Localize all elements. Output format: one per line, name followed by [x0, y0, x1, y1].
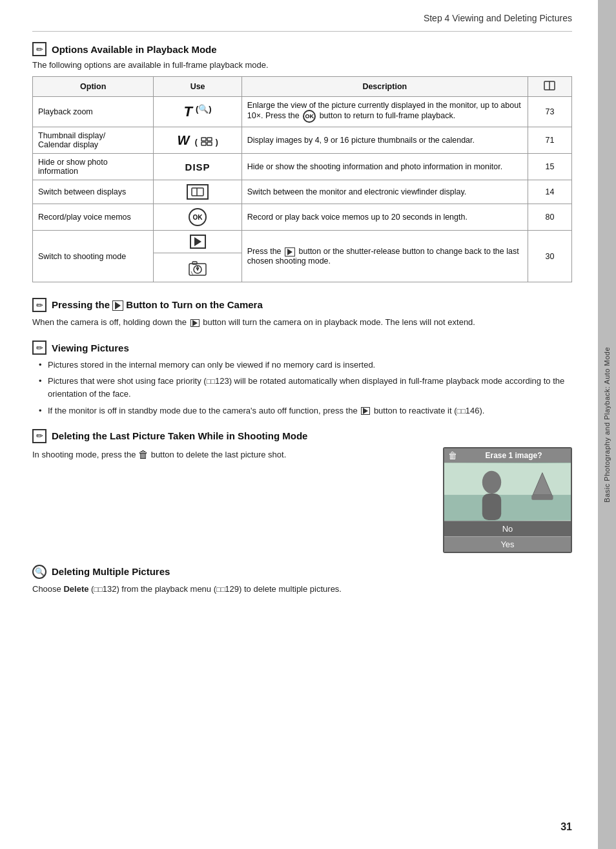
play-box-icon [190, 235, 206, 249]
table-row: Switch between displays Switch between t… [33, 180, 572, 204]
pencil-icon: ✏ [32, 42, 46, 56]
section-viewing-heading: Viewing Pictures [52, 342, 129, 353]
ref-hideshow: 15 [528, 154, 571, 180]
ok-circle-icon: OK [189, 208, 207, 226]
section-multiple-title: 🔍 Deleting Multiple Pictures [32, 565, 572, 579]
screen-no-button[interactable]: No [444, 521, 571, 536]
section-pressing-heading: Pressing the Button to Turn on the Camer… [52, 299, 263, 311]
svg-rect-13 [444, 463, 571, 495]
screen-photo-svg [444, 463, 571, 521]
pencil-icon-4: ✏ [32, 429, 46, 443]
use-playback-zoom: T (🔍) [154, 97, 241, 127]
svg-rect-6 [192, 188, 203, 196]
ref-shootingmode: 30 [528, 231, 571, 282]
section-viewing-title: ✏ Viewing Pictures [32, 341, 572, 355]
ok-inline-icon: OK [303, 110, 316, 123]
th-option: Option [33, 77, 154, 97]
section-deleting: ✏ Deleting the Last Picture Taken While … [32, 429, 572, 553]
ref-thumbnail: 71 [528, 127, 571, 154]
section-deleting-title: ✏ Deleting the Last Picture Taken While … [32, 429, 572, 443]
section-multiple-body: Choose Delete (□□132) from the playback … [32, 583, 572, 596]
svg-rect-5 [207, 142, 212, 145]
desc-voicememo: Record or play back voice memos up to 20… [241, 204, 528, 231]
ref-playback-zoom: 73 [528, 97, 571, 127]
option-shootingmode: Switch to shooting mode [33, 231, 154, 282]
th-ref [528, 77, 571, 97]
page-header: Step 4 Viewing and Deleting Pictures [32, 13, 572, 32]
bullet-item: Pictures stored in the internal memory c… [39, 359, 572, 372]
option-hideshow: Hide or show photo information [33, 154, 154, 180]
use-shootingmode-shutter [154, 253, 241, 282]
options-table: Option Use Description [32, 76, 572, 282]
trash-icon: 🗑 [138, 449, 149, 460]
camera-screen: 🗑 Erase 1 image? [443, 447, 572, 553]
shutter-icon [187, 257, 208, 278]
inline-play-box-icon [285, 247, 295, 257]
search-pencil-icon: 🔍 [32, 565, 46, 579]
svg-rect-2 [201, 138, 206, 141]
sidebar: Basic Photography and Playback: Auto Mod… [598, 0, 616, 849]
option-thumbnail: Thumbnail display/Calendar display [33, 127, 154, 154]
play-inline-btn2 [361, 407, 370, 415]
section-options-subtitle: The following options are available in f… [32, 60, 572, 70]
play-btn-icon [112, 300, 123, 311]
section-pressing: ✏ Pressing the Button to Turn on the Cam… [32, 298, 572, 329]
svg-rect-4 [201, 142, 206, 145]
table-row: Record/play voice memos OK Record or pla… [33, 204, 572, 231]
sidebar-label: Basic Photography and Playback: Auto Mod… [603, 347, 611, 503]
table-row: Playback zoom T (🔍) Enlarge the view of … [33, 97, 572, 127]
desc-thumbnail: Display images by 4, 9 or 16 picture thu… [241, 127, 528, 154]
deleting-content: In shooting mode, press the 🗑 button to … [32, 447, 572, 553]
screen-photo [444, 463, 571, 521]
th-description: Description [241, 77, 528, 97]
viewing-bullets: Pictures stored in the internal memory c… [32, 359, 572, 417]
option-switchdisplay: Switch between displays [33, 180, 154, 204]
use-thumbnail: W ( ) [154, 127, 241, 154]
table-row: Thumbnail display/Calendar display W ( [33, 127, 572, 154]
use-voicememo: OK [154, 204, 241, 231]
use-shootingmode-play [154, 231, 241, 253]
section-viewing: ✏ Viewing Pictures Pictures stored in th… [32, 341, 572, 417]
book-icon [544, 81, 555, 90]
inline-play-triangle [287, 249, 293, 255]
page-number: 31 [560, 821, 572, 833]
play-triangle-icon [194, 237, 201, 246]
section-options: ✏ Options Available in Playback Mode The… [32, 42, 572, 282]
svg-rect-16 [531, 495, 553, 500]
use-switchdisplay [154, 180, 241, 204]
section-pressing-title: ✏ Pressing the Button to Turn on the Cam… [32, 298, 572, 312]
table-row: Switch to shooting mode Press the butto [33, 231, 572, 253]
section-multiple-heading: Deleting Multiple Pictures [52, 566, 170, 577]
desc-switchdisplay: Switch between the monitor and electroni… [241, 180, 528, 204]
screen-top-bar: 🗑 Erase 1 image? [444, 448, 571, 463]
camera-screen-container: 🗑 Erase 1 image? [443, 447, 572, 553]
header-title: Step 4 Viewing and Deleting Pictures [424, 13, 572, 23]
desc-playback-zoom: Enlarge the view of the picture currentl… [241, 97, 528, 127]
pencil-icon-3: ✏ [32, 341, 46, 355]
th-use: Use [154, 77, 241, 97]
table-row: Hide or show photo information DISP Hide… [33, 154, 572, 180]
screen-trash-icon: 🗑 [448, 450, 457, 461]
svg-rect-3 [207, 138, 212, 141]
bullet-item: If the monitor is off in standby mode du… [39, 404, 572, 417]
option-playback-zoom: Playback zoom [33, 97, 154, 127]
section-options-heading: Options Available in Playback Mode [52, 44, 217, 55]
deleting-body: In shooting mode, press the 🗑 button to … [32, 447, 430, 463]
section-pressing-body: When the camera is off, holding down the… [32, 316, 572, 329]
play-inline-btn [190, 319, 200, 327]
main-content: Step 4 Viewing and Deleting Pictures ✏ O… [0, 0, 598, 849]
page: Step 4 Viewing and Deleting Pictures ✏ O… [0, 0, 616, 849]
deleting-text: In shooting mode, press the 🗑 button to … [32, 447, 430, 463]
svg-rect-10 [192, 262, 197, 264]
option-voicememo: Record/play voice memos [33, 204, 154, 231]
pencil-icon-2: ✏ [32, 298, 46, 312]
ref-switchdisplay: 14 [528, 180, 571, 204]
screen-erase-text: Erase 1 image? [460, 451, 567, 460]
ref-voicememo: 80 [528, 204, 571, 231]
bullet-item: Pictures that were shot using face prior… [39, 375, 572, 401]
section-options-title: ✏ Options Available in Playback Mode [32, 42, 572, 56]
monitor-icon [191, 187, 204, 196]
screen-yes-button[interactable]: Yes [444, 536, 571, 552]
svg-point-17 [482, 470, 501, 493]
use-hideshow: DISP [154, 154, 241, 180]
